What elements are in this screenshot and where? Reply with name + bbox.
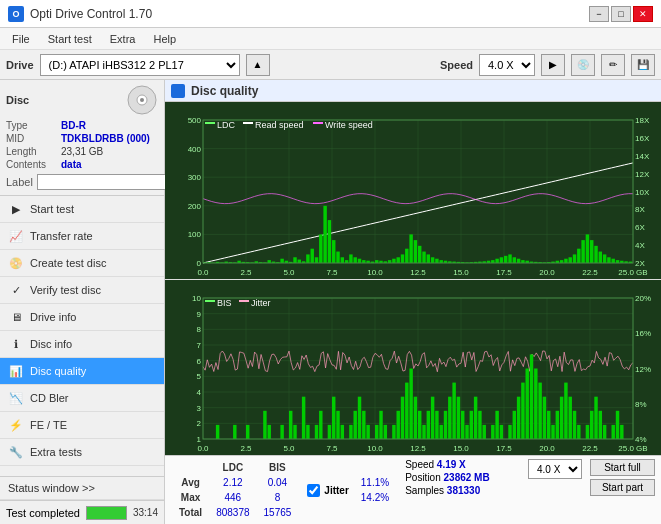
disc-contents-value: data	[61, 159, 82, 170]
stats-avg-bis: 0.04	[258, 476, 298, 489]
drive-select[interactable]: (D:) ATAPI iHBS312 2 PL17	[40, 54, 240, 76]
disc-quality-header-icon	[171, 84, 185, 98]
jitter-section: Jitter 11.1% 14.2%	[307, 459, 397, 521]
disc-quality-title: Disc quality	[191, 84, 258, 98]
speed-select-area: 4.0 X	[528, 459, 582, 521]
speed-label: Speed	[440, 59, 473, 71]
disc-header: Disc	[6, 84, 158, 116]
speed-select[interactable]: 4.0 X	[479, 54, 535, 76]
disc-type-row: Type BD-R	[6, 120, 158, 131]
disc-info-icon: ℹ	[8, 336, 24, 352]
window-controls: − □ ✕	[589, 6, 653, 22]
minimize-button[interactable]: −	[589, 6, 609, 22]
chart2-canvas	[165, 280, 661, 455]
svg-point-2	[140, 98, 144, 102]
disc-section-title: Disc	[6, 94, 29, 106]
stats-max-row: Max 446 8	[173, 491, 297, 504]
jitter-checkbox[interactable]	[307, 484, 320, 497]
progress-status-text: Test completed	[6, 507, 80, 519]
stats-total-label: Total	[173, 506, 208, 519]
titlebar: O Opti Drive Control 1.70 − □ ✕	[0, 0, 661, 28]
stats-max-bis: 8	[258, 491, 298, 504]
status-window-label: Status window >>	[8, 482, 95, 494]
left-panel: Disc Type BD-R MID TDKBLDRBB (000) Lengt…	[0, 80, 165, 524]
drivebar: Drive (D:) ATAPI iHBS312 2 PL17 ▲ Speed …	[0, 50, 661, 80]
menu-file[interactable]: File	[4, 31, 38, 47]
stats-max-ldc: 446	[210, 491, 255, 504]
disc-label-label: Label	[6, 176, 33, 188]
right-panel: Disc quality LDC BIS	[165, 80, 661, 524]
close-button[interactable]: ✕	[633, 6, 653, 22]
menubar: File Start test Extra Help	[0, 28, 661, 50]
jitter-max-row: 14.2%	[355, 491, 395, 504]
nav-verify-test-disc[interactable]: ✓ Verify test disc	[0, 277, 164, 304]
disc-contents-label: Contents	[6, 159, 61, 170]
nav-verify-test-disc-label: Verify test disc	[30, 284, 101, 296]
start-buttons: Start full Start part	[590, 459, 655, 521]
disc-type-label: Type	[6, 120, 61, 131]
progress-area: Test completed 33:14	[0, 500, 164, 524]
transfer-rate-icon: 📈	[8, 228, 24, 244]
app-title: Opti Drive Control 1.70	[30, 7, 152, 21]
verify-test-disc-icon: ✓	[8, 282, 24, 298]
stats-max-label: Max	[173, 491, 208, 504]
chart1-canvas	[165, 102, 661, 279]
menu-extra[interactable]: Extra	[102, 31, 144, 47]
disc-quality-icon: 📊	[8, 363, 24, 379]
titlebar-left: O Opti Drive Control 1.70	[8, 6, 152, 22]
stats-area: LDC BIS Avg 2.12 0.04 Max 446 8	[165, 455, 661, 524]
disc-type-value: BD-R	[61, 120, 86, 131]
disc-icon-button[interactable]: 💿	[571, 54, 595, 76]
chart2-container	[165, 280, 661, 455]
chart1-container	[165, 102, 661, 280]
disc-length-row: Length 23,31 GB	[6, 146, 158, 157]
nav-create-test-disc-label: Create test disc	[30, 257, 106, 269]
disc-mid-row: MID TDKBLDRBB (000)	[6, 133, 158, 144]
stats-speed-select[interactable]: 4.0 X	[528, 459, 582, 479]
charts-area	[165, 102, 661, 455]
speed-go-button[interactable]: ▶	[541, 54, 565, 76]
drive-label: Drive	[6, 59, 34, 71]
start-full-button[interactable]: Start full	[590, 459, 655, 476]
cd-bler-icon: 📉	[8, 390, 24, 406]
disc-contents-row: Contents data	[6, 159, 158, 170]
speed-avg-value: 4.19 X	[437, 459, 466, 470]
nav-disc-quality[interactable]: 📊 Disc quality	[0, 358, 164, 385]
start-part-button[interactable]: Start part	[590, 479, 655, 496]
edit-icon-button[interactable]: ✏	[601, 54, 625, 76]
nav-fe-te[interactable]: ⚡ FE / TE	[0, 412, 164, 439]
drive-info-icon: 🖥	[8, 309, 24, 325]
nav-cd-bler-label: CD Bler	[30, 392, 69, 404]
status-window-button[interactable]: Status window >>	[0, 476, 164, 500]
stats-total-bis: 15765	[258, 506, 298, 519]
menu-help[interactable]: Help	[145, 31, 184, 47]
drive-eject-button[interactable]: ▲	[246, 54, 270, 76]
maximize-button[interactable]: □	[611, 6, 631, 22]
fe-te-icon: ⚡	[8, 417, 24, 433]
left-bottom: Status window >> Test completed 33:14	[0, 476, 164, 524]
jitter-stats-table: 11.1% 14.2%	[353, 474, 397, 506]
stats-col-empty	[173, 461, 208, 474]
extra-tests-icon: 🔧	[8, 444, 24, 460]
nav-disc-info[interactable]: ℹ Disc info	[0, 331, 164, 358]
nav-cd-bler[interactable]: 📉 CD Bler	[0, 385, 164, 412]
stats-avg-row: Avg 2.12 0.04	[173, 476, 297, 489]
nav-drive-info[interactable]: 🖥 Drive info	[0, 304, 164, 331]
nav-extra-tests-label: Extra tests	[30, 446, 82, 458]
nav-transfer-rate-label: Transfer rate	[30, 230, 93, 242]
disc-label-input[interactable]	[37, 174, 170, 190]
svg-rect-3	[172, 85, 184, 97]
nav-create-test-disc[interactable]: 📀 Create test disc	[0, 250, 164, 277]
menu-start-test[interactable]: Start test	[40, 31, 100, 47]
stats-avg-ldc: 2.12	[210, 476, 255, 489]
stats-col-bis: BIS	[258, 461, 298, 474]
nav-extra-tests[interactable]: 🔧 Extra tests	[0, 439, 164, 466]
nav-start-test[interactable]: ▶ Start test	[0, 196, 164, 223]
disc-length-value: 23,31 GB	[61, 146, 103, 157]
progress-bar-fill	[87, 507, 126, 519]
samples-value: 381330	[447, 485, 480, 496]
stats-total-row: Total 808378 15765	[173, 506, 297, 519]
jitter-max-val: 14.2%	[355, 491, 395, 504]
nav-transfer-rate[interactable]: 📈 Transfer rate	[0, 223, 164, 250]
save-icon-button[interactable]: 💾	[631, 54, 655, 76]
